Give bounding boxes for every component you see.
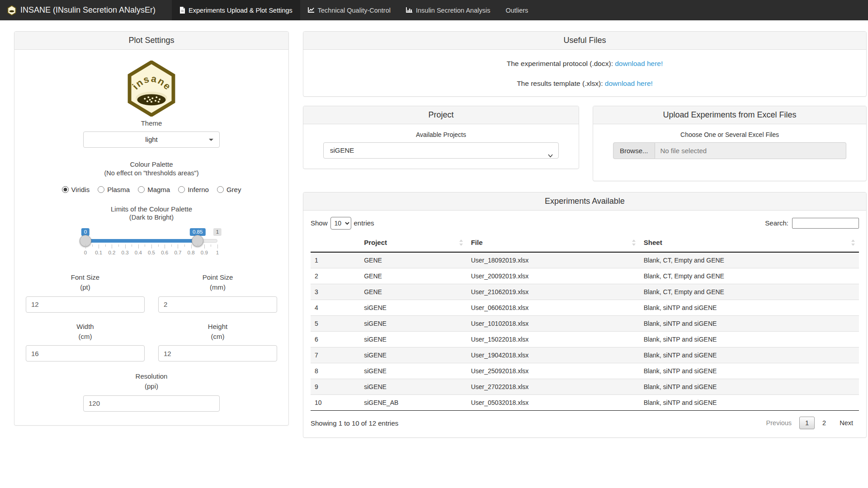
palette-option-viridis[interactable]: Viridis — [62, 186, 90, 193]
slider-tick — [99, 244, 99, 249]
font-size-input[interactable] — [26, 296, 145, 313]
palette-radio[interactable] — [62, 186, 69, 193]
project-select[interactable]: siGENE — [323, 142, 559, 159]
project-select-value: siGENE — [330, 146, 354, 154]
sort-icon — [632, 239, 636, 247]
limits-label: Limits of the Colour Palette — [26, 204, 277, 214]
column-header-sheet[interactable]: Sheet — [640, 234, 859, 252]
cell-sheet: Blank, CT, Empty and GENE — [640, 284, 859, 300]
search-input[interactable] — [792, 218, 859, 229]
cell-index: 3 — [311, 284, 360, 300]
template-download-link[interactable]: download here! — [605, 80, 653, 87]
theme-dropdown[interactable]: light — [83, 131, 220, 148]
pagination-next[interactable]: Next — [834, 417, 859, 429]
column-header-file[interactable]: File — [467, 234, 640, 252]
table-row[interactable]: 4siGENEUser_06062018.xlsxBlank, siNTP an… — [311, 300, 859, 316]
cell-index: 2 — [311, 268, 360, 284]
show-entries-control: Show10entries — [311, 217, 374, 230]
table-row[interactable]: 1GENEUser_18092019.xlsxBlank, CT, Empty … — [311, 252, 859, 268]
cell-file: User_20092019.xlsx — [467, 268, 640, 284]
slider-max-badge: 1 — [213, 228, 222, 236]
table-row[interactable]: 10siGENE_ABUser_05032018.xlsxBlank, siNT… — [311, 395, 859, 411]
height-input[interactable] — [158, 345, 277, 361]
slider-tick — [165, 244, 165, 249]
palette-option-label: Inferno — [188, 186, 209, 193]
slider-tick — [151, 244, 152, 249]
palette-radio[interactable] — [178, 186, 185, 193]
cell-index: 9 — [311, 379, 360, 395]
palette-option-grey[interactable]: Grey — [217, 186, 241, 193]
cell-project: siGENE — [360, 316, 467, 332]
slider-tick — [132, 244, 132, 247]
slider-tick-label: 0.7 — [174, 250, 181, 255]
cell-file: User_05032018.xlsx — [467, 395, 640, 411]
slider-selected-range — [85, 239, 198, 243]
slider-tick-label: 0 — [84, 250, 87, 255]
cell-index: 10 — [311, 395, 360, 411]
slider-tick — [204, 244, 205, 249]
cell-project: GENE — [360, 252, 467, 268]
table-row[interactable]: 6siGENEUser_15022018.xlsxBlank, siNTP an… — [311, 332, 859, 347]
slider-tick — [211, 244, 211, 247]
palette-option-magma[interactable]: Magma — [138, 186, 170, 193]
pagination-page-2[interactable]: 2 — [816, 417, 832, 429]
table-row[interactable]: 3GENEUser_21062019.xlsxBlank, CT, Empty … — [311, 284, 859, 300]
resolution-label: Resolution(ppi) — [26, 371, 277, 391]
cell-project: siGENE — [360, 347, 467, 363]
palette-radio[interactable] — [98, 186, 104, 193]
palette-option-plasma[interactable]: Plasma — [98, 186, 130, 193]
table-row[interactable]: 9siGENEUser_27022018.xlsxBlank, siNTP an… — [311, 379, 859, 395]
template-line: The results template (.xlsx): download h… — [312, 80, 857, 88]
resolution-input[interactable] — [83, 395, 220, 412]
useful-files-panel: Useful Files The experimental protocol (… — [303, 31, 867, 97]
palette-limits-slider[interactable]: 0 0.85 1 00.10.20.30.40.50.60.70.80.91 — [85, 228, 217, 262]
slider-tick-label: 0.8 — [188, 250, 195, 255]
navbar-tab[interactable]: Experiments Upload & Plot Settings — [172, 0, 300, 20]
useful-files-title: Useful Files — [303, 32, 866, 50]
experiments-panel: Experiments Available Show10entries Sear… — [303, 192, 867, 438]
palette-radio[interactable] — [217, 186, 224, 193]
slider-tick-label: 0.2 — [108, 250, 115, 255]
sort-icon — [851, 239, 855, 247]
point-size-input[interactable] — [158, 296, 277, 313]
palette-note: (No effect on "thresholds areas") — [26, 169, 277, 177]
palette-radio[interactable] — [138, 186, 145, 193]
slider-tick — [105, 244, 106, 247]
cell-file: User_19042018.xlsx — [467, 347, 640, 363]
cell-file: User_06062018.xlsx — [467, 300, 640, 316]
table-header-row: Project File Sheet — [311, 234, 859, 252]
font-size-label: Font Size(pt) — [26, 272, 145, 292]
navbar-tab[interactable]: Technical Quality-Control — [300, 0, 398, 20]
palette-label: Colour Palette — [26, 160, 277, 169]
table-row[interactable]: 7siGENEUser_19042018.xlsxBlank, siNTP an… — [311, 347, 859, 363]
file-selected-field[interactable] — [655, 142, 846, 159]
project-title: Project — [303, 106, 579, 124]
table-row[interactable]: 5siGENEUser_10102018.xlsxBlank, siNTP an… — [311, 316, 859, 332]
width-input[interactable] — [26, 345, 145, 361]
cell-sheet: Blank, siNTP and siGENE — [640, 332, 859, 347]
pagination-previous[interactable]: Previous — [760, 417, 797, 429]
page-length-select[interactable]: 10 — [330, 217, 351, 230]
cell-index: 7 — [311, 347, 360, 363]
theme-label: Theme — [26, 118, 277, 128]
table-row[interactable]: 2GENEUser_20092019.xlsxBlank, CT, Empty … — [311, 268, 859, 284]
limits-note: (Dark to Bright) — [26, 214, 277, 221]
navbar-tab[interactable]: Outliers — [498, 0, 536, 20]
navbar-tab[interactable]: Insulin Secretion Analysis — [398, 0, 498, 20]
slider-tick — [112, 244, 112, 249]
cell-file: User_10102018.xlsx — [467, 316, 640, 332]
palette-option-label: Plasma — [107, 186, 130, 193]
cell-sheet: Blank, CT, Empty and GENE — [640, 252, 859, 268]
column-header-index[interactable] — [311, 234, 360, 252]
app-brand[interactable]: INSANE (INsulin Secretion ANalysEr) — [0, 0, 163, 20]
palette-option-inferno[interactable]: Inferno — [178, 186, 209, 193]
pagination-page-1[interactable]: 1 — [799, 417, 815, 429]
protocol-download-link[interactable]: download here! — [615, 60, 663, 67]
upload-title: Upload Experiments from Excel Files — [593, 106, 866, 124]
table-row[interactable]: 8siGENEUser_25092018.xlsxBlank, siNTP an… — [311, 363, 859, 379]
browse-button[interactable]: Browse... — [613, 142, 655, 159]
file-icon — [179, 7, 185, 14]
column-header-project[interactable]: Project — [360, 234, 467, 252]
slider-tick-label: 0.4 — [135, 250, 142, 255]
slider-tick — [171, 244, 172, 247]
